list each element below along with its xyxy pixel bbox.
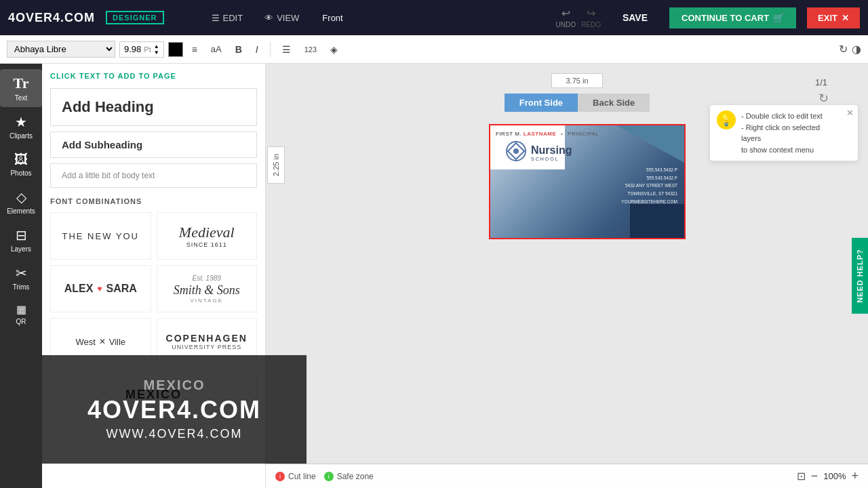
font-combo-1[interactable]: THE NEW YOU	[50, 212, 151, 260]
logo-svg	[505, 140, 527, 162]
safe-zone-badge: i Safe zone	[324, 472, 374, 481]
redo-button[interactable]: ↪ REDO	[581, 7, 601, 28]
fit-to-screen-button[interactable]: ⊡	[797, 470, 806, 483]
back-side-button[interactable]: Back Side	[578, 94, 650, 112]
font-combo-7[interactable]: MEXICO	[50, 371, 257, 418]
horizontal-ruler: 3.75 in	[551, 73, 602, 88]
zoom-percent: 100%	[823, 471, 846, 481]
card-city-state: TOWNSVILLE, ST 54321	[621, 190, 677, 198]
card-last-name: LASTNAME	[524, 131, 556, 137]
font-combo-4-sub: VINTAGE	[190, 298, 223, 304]
fill-button[interactable]: ◈	[326, 41, 342, 58]
sidebar-item-trims[interactable]: ✂ Trims	[0, 260, 42, 296]
view-button[interactable]: 👁 VIEW	[259, 13, 304, 23]
card-contact: 555.543.5432 P 555.543.5432 F 5432 ANY S…	[621, 166, 677, 205]
font-size-group: 9.98 Pt ▲ ▼	[119, 41, 164, 58]
card-school-sub: SCHOOL	[531, 157, 572, 162]
undo-button[interactable]: ↩ UNDO	[556, 7, 576, 28]
font-case-button[interactable]: aA	[206, 41, 226, 57]
add-subheading-button[interactable]: Add Subheading	[50, 131, 257, 158]
refresh-button[interactable]: ↻	[839, 43, 848, 56]
font-size-unit: Pt	[144, 45, 151, 54]
front-label: Front	[315, 13, 349, 23]
card-address: 5432 ANY STREET WEST	[621, 182, 677, 190]
vertical-ruler-value: 2.25 in	[267, 146, 285, 184]
card-title: PRINCIPAL	[568, 131, 599, 137]
card-website: YOURWEBSITEHERE.COM	[621, 198, 677, 206]
italic-button[interactable]: I	[251, 41, 263, 58]
sidebar-item-layers[interactable]: ⊟ Layers	[0, 222, 42, 258]
font-combo-5-main: West	[75, 337, 95, 347]
vertical-ruler: 2.25 in	[266, 98, 286, 233]
undo-redo-group: ↩ UNDO ↪ REDO	[556, 7, 601, 28]
tip-icon: 💡	[717, 110, 736, 129]
font-combo-5[interactable]: West ✕ Ville	[50, 318, 151, 365]
font-size-down-icon[interactable]: ▼	[154, 49, 159, 56]
logo: 4OVER4.COM	[8, 11, 95, 25]
font-combo-3-sub: SARA	[106, 283, 136, 295]
add-body-button[interactable]: Add a little bit of body text	[50, 163, 257, 188]
business-card[interactable]: FIRST M. LASTNAME • PRINCIPAL Nursing	[489, 124, 686, 239]
list-button[interactable]: ☰	[277, 41, 296, 58]
font-size-stepper[interactable]: ▲ ▼	[154, 43, 159, 56]
sidebar-item-photos[interactable]: 🖼 Photos	[0, 146, 42, 182]
cliparts-icon: ★	[15, 114, 27, 130]
edit-button[interactable]: ☰ EDIT	[206, 13, 249, 23]
font-combo-extra: MEXICO	[50, 371, 257, 418]
redo-icon: ↪	[587, 7, 595, 20]
close-icon: ✕	[842, 13, 849, 23]
exit-button[interactable]: EXIT ✕	[807, 7, 860, 28]
sidebar-item-elements[interactable]: ◇ Elements	[0, 184, 42, 220]
sidebar-item-qr[interactable]: ▦ QR	[0, 298, 42, 331]
add-heading-button[interactable]: Add Heading	[50, 88, 257, 126]
theme-button[interactable]: ◑	[852, 43, 861, 56]
horizontal-ruler-value: 3.75 in	[566, 77, 588, 85]
sidebar-item-text[interactable]: Tr Text	[0, 69, 42, 107]
font-combo-2-sub: SINCE 1611	[186, 241, 227, 248]
bottom-bar: i Cut line i Safe zone ⊡ − 100% +	[266, 464, 868, 488]
designer-badge: DESIGNER	[106, 11, 163, 24]
text-panel: CLICK TEXT TO ADD TO PAGE Add Heading Ad…	[42, 64, 266, 488]
font-combo-6[interactable]: COPENHAGEN UNIVERSITY PRESS	[157, 318, 258, 365]
front-side-button[interactable]: Front Side	[505, 94, 578, 112]
panel-heading: CLICK TEXT TO ADD TO PAGE	[50, 72, 257, 80]
text-icon: Tr	[14, 75, 29, 92]
tip-close-button[interactable]: ✕	[846, 108, 854, 118]
zoom-in-button[interactable]: +	[851, 469, 859, 483]
cart-icon: 🛒	[773, 13, 784, 23]
sidebar-item-label-cliparts: Cliparts	[9, 132, 33, 140]
align-button[interactable]: ≡	[187, 41, 202, 58]
undo-icon: ↩	[561, 7, 570, 20]
color-picker[interactable]	[168, 42, 183, 57]
sidebar-item-label-qr: QR	[16, 318, 26, 325]
canvas-area: 2.25 in 3.75 in Front Side Back Side FIR…	[266, 64, 868, 488]
trims-icon: ✂	[16, 265, 27, 281]
special-chars-button[interactable]: 123	[300, 43, 321, 56]
view-icon: 👁	[264, 13, 273, 23]
font-combo-grid: THE NEW YOU Medieval SINCE 1611 ALEX ♥ S…	[50, 212, 257, 365]
canvas-refresh-button[interactable]: ↻	[818, 91, 829, 106]
cut-line-dot: i	[275, 472, 285, 481]
font-combo-3[interactable]: ALEX ♥ SARA	[50, 265, 151, 312]
font-combo-4[interactable]: Est. 1989 Smith & Sons VINTAGE	[157, 265, 258, 312]
elements-icon: ◇	[16, 189, 26, 205]
font-combo-3-main: ALEX	[64, 283, 94, 295]
sidebar-item-cliparts[interactable]: ★ Cliparts	[0, 108, 42, 145]
layers-icon: ⊟	[16, 227, 27, 243]
card-name: FIRST M. LASTNAME • PRINCIPAL	[496, 131, 599, 137]
zoom-out-button[interactable]: −	[811, 469, 818, 483]
save-button[interactable]: SAVE	[612, 12, 658, 23]
font-size-up-icon[interactable]: ▲	[154, 43, 159, 49]
tip-bubble: 💡 - Double click to edit text - Right cl…	[709, 104, 859, 161]
card-phone2: 555.543.5432 F	[621, 174, 677, 182]
bold-button[interactable]: B	[231, 41, 247, 58]
card-first-name: FIRST M.	[496, 131, 521, 137]
font-combinations-label: FONT COMBINATIONS	[50, 197, 257, 205]
edit-icon: ☰	[212, 13, 220, 23]
continue-to-cart-button[interactable]: CONTINUE TO CART 🛒	[669, 7, 796, 28]
need-help-tab[interactable]: NEED HELP?	[852, 238, 868, 314]
zoom-controls: ⊡ − 100% +	[797, 469, 859, 483]
font-family-select[interactable]: Abhaya Libre	[7, 41, 115, 58]
font-combo-2[interactable]: Medieval SINCE 1611	[157, 212, 258, 260]
font-combo-1-text: THE NEW YOU	[62, 231, 140, 241]
